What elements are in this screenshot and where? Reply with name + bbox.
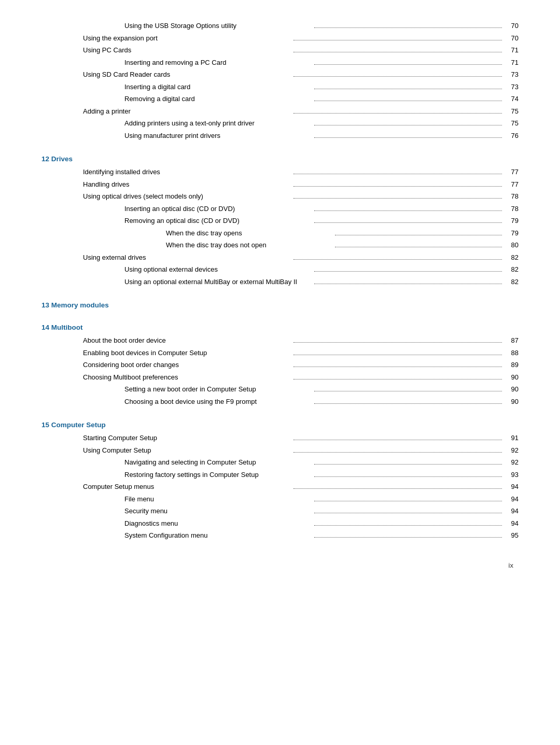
section-header: 15 Computer Setup <box>41 421 519 429</box>
entry-text: Setting a new boot order in Computer Set… <box>124 384 312 395</box>
entry-text: Adding a printer <box>83 106 291 117</box>
entry-text: Navigating and selecting in Computer Set… <box>124 457 312 468</box>
toc-entry: Inserting a digital card73 <box>41 82 519 92</box>
entry-text: Using the USB Storage Options utility <box>124 21 312 31</box>
entry-text: Using manufacturer print drivers <box>124 131 312 141</box>
toc-entry: Using manufacturer print drivers76 <box>41 131 519 141</box>
entry-page: 92 <box>504 445 519 456</box>
toc-section-section-13: 13 Memory modules <box>41 301 519 309</box>
entry-text: Using external drives <box>83 252 291 263</box>
entry-page: 78 <box>504 204 519 214</box>
entry-text: Identifying installed drives <box>83 167 291 177</box>
toc-entry: Navigating and selecting in Computer Set… <box>41 457 519 468</box>
entry-page: 90 <box>504 397 519 407</box>
entry-dots <box>314 537 502 538</box>
entry-page: 82 <box>504 252 519 263</box>
toc-entry: Computer Setup menus94 <box>41 482 519 492</box>
entry-page: 70 <box>504 21 519 31</box>
toc-entry: Using SD Card Reader cards73 <box>41 69 519 80</box>
entry-dots <box>314 125 502 125</box>
entry-page: 90 <box>504 384 519 395</box>
entry-dots <box>293 259 502 260</box>
entry-dots <box>314 137 502 138</box>
entry-dots <box>293 342 502 343</box>
entry-text: When the disc tray opens <box>166 228 333 238</box>
toc-entry: Removing a digital card74 <box>41 94 519 104</box>
entry-dots <box>314 101 502 101</box>
entry-text: Using the expansion port <box>83 33 291 44</box>
entry-page: 77 <box>504 167 519 177</box>
entry-text: File menu <box>124 494 312 504</box>
entry-page: 76 <box>504 131 519 141</box>
entry-page: 93 <box>504 470 519 480</box>
entry-text: Handling drives <box>83 179 291 190</box>
toc-entry: Using an optional external MultiBay or e… <box>41 277 519 287</box>
entry-text: Diagnostics menu <box>124 518 312 529</box>
toc-entry: Using optical drives (select models only… <box>41 191 519 202</box>
entry-text: Inserting a digital card <box>124 82 312 92</box>
toc-entry: Considering boot order changes89 <box>41 360 519 370</box>
toc-entry: When the disc tray opens79 <box>41 228 519 238</box>
entry-dots <box>314 476 502 477</box>
toc-entry: Diagnostics menu94 <box>41 518 519 529</box>
toc-entry: Inserting an optical disc (CD or DVD)78 <box>41 204 519 214</box>
toc-entry: Using the USB Storage Options utility70 <box>41 21 519 31</box>
toc-entry: Security menu94 <box>41 506 519 516</box>
section-header: 12 Drives <box>41 155 519 163</box>
entry-page: 80 <box>504 240 519 250</box>
entry-dots <box>293 198 502 199</box>
toc-section-section-14: 14 MultibootAbout the boot order device8… <box>41 324 519 406</box>
table-of-contents: Using the USB Storage Options utility70U… <box>41 21 519 541</box>
entry-page: 70 <box>504 33 519 44</box>
section-header: 14 Multiboot <box>41 324 519 331</box>
entry-text: Starting Computer Setup <box>83 433 291 443</box>
entry-dots <box>293 113 502 114</box>
entry-text: Using optional external devices <box>124 264 312 275</box>
entry-page: 75 <box>504 118 519 129</box>
entry-page: 74 <box>504 94 519 104</box>
entry-dots <box>293 174 502 174</box>
entry-page: 94 <box>504 506 519 516</box>
entry-text: Using optical drives (select models only… <box>83 191 291 202</box>
toc-entry: Using PC Cards71 <box>41 45 519 55</box>
entry-dots <box>314 89 502 89</box>
entry-dots <box>335 235 502 235</box>
entry-text: Using Computer Setup <box>83 445 291 456</box>
page-number: ix <box>509 561 513 569</box>
entry-dots <box>314 271 502 272</box>
toc-entry: Setting a new boot order in Computer Set… <box>41 384 519 395</box>
entry-dots <box>314 513 502 513</box>
toc-entry: Inserting and removing a PC Card71 <box>41 58 519 68</box>
entry-page: 92 <box>504 457 519 468</box>
entry-dots <box>314 525 502 526</box>
toc-section-intro-entries: Using the USB Storage Options utility70U… <box>41 21 519 140</box>
entry-dots <box>314 64 502 65</box>
entry-dots <box>293 186 502 187</box>
entry-dots <box>314 27 502 28</box>
entry-text: When the disc tray does not open <box>166 240 333 250</box>
entry-dots <box>293 76 502 77</box>
entry-dots <box>314 501 502 501</box>
entry-dots <box>314 391 502 391</box>
toc-entry: Adding printers using a text-only print … <box>41 118 519 129</box>
entry-text: Enabling boot devices in Computer Setup <box>83 348 291 358</box>
entry-text: Using SD Card Reader cards <box>83 69 291 80</box>
entry-text: Using PC Cards <box>83 45 291 55</box>
entry-text: Removing an optical disc (CD or DVD) <box>124 216 312 226</box>
toc-entry: Removing an optical disc (CD or DVD)79 <box>41 216 519 226</box>
entry-text: Choosing a boot device using the F9 prom… <box>124 397 312 407</box>
entry-text: Computer Setup menus <box>83 482 291 492</box>
entry-text: Inserting and removing a PC Card <box>124 58 312 68</box>
entry-text: Choosing Multiboot preferences <box>83 372 291 383</box>
entry-dots <box>293 440 502 440</box>
toc-entry: Enabling boot devices in Computer Setup8… <box>41 348 519 358</box>
entry-page: 88 <box>504 348 519 358</box>
entry-page: 94 <box>504 518 519 529</box>
toc-entry: Choosing a boot device using the F9 prom… <box>41 397 519 407</box>
section-header: 13 Memory modules <box>41 301 519 309</box>
entry-text: Removing a digital card <box>124 94 312 104</box>
entry-dots <box>314 284 502 284</box>
entry-page: 77 <box>504 179 519 190</box>
entry-text: Restoring factory settings in Computer S… <box>124 470 312 480</box>
entry-dots <box>293 52 502 52</box>
